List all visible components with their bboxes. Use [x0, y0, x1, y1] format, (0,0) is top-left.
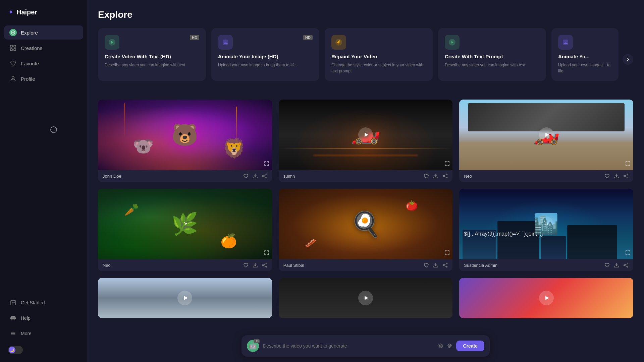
video-card[interactable]: ${[...Array(9)].map(()=>``).join('')} 🏙️…	[459, 189, 633, 271]
svg-point-28	[627, 266, 628, 267]
play-button[interactable]	[358, 127, 373, 142]
video-thumbnail: 🍳 🍅 🥓	[279, 189, 453, 259]
play-button[interactable]	[358, 291, 373, 305]
svg-point-29	[624, 265, 625, 266]
create-button[interactable]: Create	[456, 341, 484, 351]
svg-point-25	[446, 266, 447, 267]
feature-card-animate-image-2[interactable]: HD Animate Yo... Upload your own image t…	[551, 28, 619, 81]
prompt-bar: 🤖 HD Create	[87, 330, 644, 362]
svg-point-22	[266, 266, 267, 267]
download-button[interactable]	[433, 173, 438, 179]
grid-icon	[9, 44, 17, 52]
video-card[interactable]	[459, 278, 633, 318]
share-button[interactable]	[442, 262, 448, 268]
video-thumbnail: 🏎️	[459, 100, 633, 170]
download-button[interactable]	[253, 262, 258, 268]
share-button[interactable]	[262, 173, 267, 179]
svg-rect-1	[10, 45, 12, 47]
sidebar-item-more[interactable]: More	[4, 326, 83, 341]
video-thumbnail	[98, 278, 272, 318]
share-button[interactable]	[623, 262, 629, 268]
feature-card-create-video-hd[interactable]: HD Create Video With Text (HD) Describe …	[98, 28, 206, 81]
video-card[interactable]: 🌿 🍊 🥕 Neo	[98, 189, 272, 271]
video-thumbnail: 🐻 🐨 🦁	[98, 100, 272, 170]
play-button[interactable]	[539, 291, 554, 305]
video-card[interactable]: 🍳 🍅 🥓 Paul Stibal	[279, 189, 453, 271]
feature-card-repaint-video[interactable]: HD Repaint Your Video Change the style, …	[325, 28, 433, 81]
like-button[interactable]	[243, 262, 249, 268]
video-thumbnail: 🏎️	[279, 100, 453, 170]
discord-icon	[9, 314, 17, 322]
video-author: Neo	[103, 263, 111, 268]
sidebar-item-label: Help	[21, 315, 31, 321]
feature-card-desc: Change the style, color or subject in yo…	[331, 62, 426, 74]
svg-point-20	[624, 176, 625, 177]
video-card[interactable]	[279, 278, 453, 318]
svg-point-16	[446, 177, 447, 178]
expand-icon	[625, 161, 631, 167]
svg-point-19	[627, 177, 628, 178]
compass-icon	[9, 29, 17, 36]
svg-point-26	[443, 265, 444, 266]
download-button[interactable]	[614, 173, 619, 179]
video-card[interactable]	[98, 278, 272, 318]
feature-card-title: Animate Your Image (HD)	[218, 54, 313, 59]
svg-point-5	[12, 77, 14, 79]
svg-point-24	[446, 263, 447, 264]
like-button[interactable]	[424, 173, 429, 179]
heart-icon	[9, 60, 17, 67]
user-icon	[9, 75, 17, 82]
svg-point-21	[266, 263, 267, 264]
sidebar-item-creations[interactable]: Creations	[4, 41, 83, 55]
video-thumbnail	[459, 278, 633, 318]
video-author: Paul Stibal	[283, 263, 304, 268]
like-button[interactable]	[243, 173, 249, 179]
download-button[interactable]	[253, 173, 258, 179]
animate-icon-2	[558, 35, 573, 50]
download-button[interactable]	[433, 262, 438, 268]
prompt-input[interactable]	[263, 343, 433, 349]
like-button[interactable]	[424, 262, 429, 268]
video-grid: 🐻 🐨 🦁 John Doe	[98, 100, 633, 271]
video-card[interactable]: 🏎️ sulmn	[279, 100, 453, 182]
sidebar-item-help[interactable]: Help	[4, 311, 83, 325]
feature-card-animate-image-hd[interactable]: HD Animate Your Image (HD) Upload your o…	[211, 28, 319, 81]
animate-image-icon	[218, 35, 233, 50]
dark-mode-toggle[interactable]: 🌙	[8, 346, 23, 354]
video-thumbnail	[279, 278, 453, 318]
scroll-right-arrow[interactable]	[623, 54, 633, 65]
sidebar-item-explore[interactable]: Explore	[4, 25, 83, 40]
nav-items: Explore Creations Favorite	[0, 25, 87, 161]
svg-rect-2	[14, 45, 16, 47]
theme-toggle[interactable]: 🌙	[8, 346, 79, 354]
sidebar-item-label: Favorite	[21, 61, 39, 66]
svg-rect-4	[14, 49, 16, 51]
expand-icon	[444, 250, 450, 256]
menu-icon	[9, 330, 17, 337]
text-prompt-icon	[445, 35, 460, 50]
share-button[interactable]	[262, 262, 267, 268]
sidebar-item-label: Get Started	[21, 300, 45, 305]
download-button[interactable]	[614, 262, 619, 268]
play-button[interactable]	[177, 291, 192, 305]
main-content: Explore HD Create Video With Text (HD) D…	[87, 0, 644, 362]
like-button[interactable]	[604, 173, 610, 179]
sidebar-item-favorite[interactable]: Favorite	[4, 56, 83, 70]
share-button[interactable]	[623, 173, 629, 179]
svg-point-18	[627, 174, 628, 175]
sidebar-item-profile[interactable]: Profile	[4, 72, 83, 86]
video-card[interactable]: 🐻 🐨 🦁 John Doe	[98, 100, 272, 182]
video-author: John Doe	[103, 174, 121, 179]
eye-button[interactable]	[437, 343, 443, 349]
svg-point-31	[449, 345, 450, 347]
book-icon	[9, 299, 17, 306]
settings-button[interactable]	[447, 343, 453, 349]
video-card[interactable]: 🏎️ Neo	[459, 100, 633, 182]
feature-card-desc: Upload your own image to bring them to l…	[218, 62, 313, 68]
sidebar-item-get-started[interactable]: Get Started	[4, 296, 83, 310]
feature-card-create-text-prompt[interactable]: HD Create With Text Prompt Describe any …	[438, 28, 546, 81]
svg-point-30	[440, 345, 441, 347]
like-button[interactable]	[604, 262, 610, 268]
create-video-icon	[105, 35, 119, 50]
share-button[interactable]	[442, 173, 448, 179]
